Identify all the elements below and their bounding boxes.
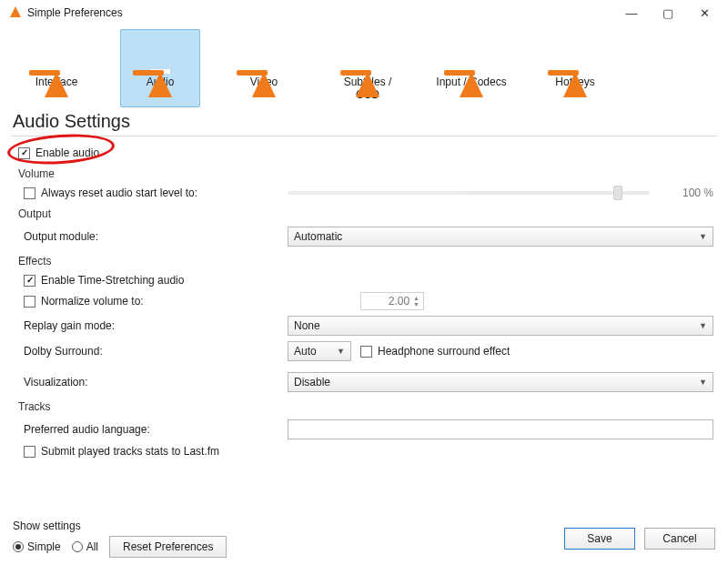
cone-keyboard-icon [553,34,597,72]
category-subtitles[interactable]: Subtitles / OSD [328,29,408,107]
replay-gain-label: Replay gain mode: [24,319,278,332]
category-bar: Interface Audio Video Subtitles / OSD In… [0,25,728,109]
lastfm-checkbox[interactable]: Submit played tracks stats to Last.fm [24,445,219,458]
preferred-language-input[interactable] [288,419,713,439]
mode-simple-radio[interactable]: Simple [13,540,61,553]
category-input-codecs[interactable]: Input / Codecs [431,29,511,107]
minimize-button[interactable]: — [613,3,650,23]
footer: Show settings Simple All Reset Preferenc… [0,520,728,558]
preferred-language-label: Preferred audio language: [24,423,278,436]
dolby-label: Dolby Surround: [24,345,278,358]
cone-film-icon [242,34,286,72]
chevron-down-icon: ▼ [337,347,345,356]
spinner-arrows-icon: ▲▼ [413,295,420,308]
checkbox-icon [24,446,35,458]
checkbox-icon [24,296,35,308]
section-volume-title: Volume [18,167,715,180]
replay-gain-select[interactable]: None ▼ [288,316,713,336]
titlebar: Simple Preferences — ▢ ✕ [0,0,728,25]
select-value: Automatic [294,230,342,243]
section-effects-title: Effects [18,255,715,267]
chevron-down-icon: ▼ [699,378,707,387]
page-heading: Audio Settings [0,109,728,136]
enable-audio-checkbox[interactable]: Enable audio [18,146,99,159]
output-module-label: Output module: [24,230,278,243]
divider [11,136,717,136]
mode-simple-label: Simple [27,540,61,553]
enable-audio-label: Enable audio [35,146,99,159]
select-value: Auto [294,345,317,358]
dolby-select[interactable]: Auto ▼ [288,341,351,361]
lastfm-label: Submit played tracks stats to Last.fm [41,445,219,458]
category-hotkeys[interactable]: Hotkeys [535,29,615,107]
always-reset-checkbox[interactable]: Always reset audio start level to: [24,187,278,199]
slider-thumb-icon [613,186,622,200]
select-value: Disable [294,376,330,388]
cone-subtitle-icon [346,34,389,72]
checkbox-icon [24,275,35,287]
reset-preferences-button[interactable]: Reset Preferences [109,536,227,558]
radio-icon [72,541,83,552]
visualization-select[interactable]: Disable ▼ [288,372,713,392]
checkbox-icon [360,346,372,358]
category-audio[interactable]: Audio [120,29,200,107]
cone-headphones-icon [138,34,182,72]
output-module-select[interactable]: Automatic ▼ [288,227,713,247]
spinner-value: 2.00 [389,295,410,308]
mode-all-label: All [86,540,98,553]
cancel-button[interactable]: Cancel [644,528,715,550]
select-value: None [294,319,320,332]
chevron-down-icon: ▼ [699,232,707,241]
normalize-checkbox[interactable]: Normalize volume to: [24,295,278,308]
checkbox-icon [18,147,30,159]
start-level-slider[interactable] [288,191,650,195]
radio-icon [13,541,24,552]
cone-disc-icon [450,34,493,72]
normalize-value-spinner[interactable]: 2.00 ▲▼ [360,292,424,310]
save-button[interactable]: Save [564,528,635,550]
always-reset-label: Always reset audio start level to: [41,187,197,199]
section-output-title: Output [18,207,715,220]
visualization-label: Visualization: [24,376,278,388]
show-settings-label: Show settings [13,520,227,532]
headphone-surround-label: Headphone surround effect [378,345,510,358]
normalize-label: Normalize volume to: [41,295,144,308]
time-stretch-checkbox[interactable]: Enable Time-Stretching audio [24,274,184,287]
chevron-down-icon: ▼ [699,321,707,330]
category-video[interactable]: Video [224,29,304,107]
app-icon [9,6,22,19]
maximize-button[interactable]: ▢ [650,3,686,23]
category-interface[interactable]: Interface [16,29,96,107]
window-title: Simple Preferences [27,6,123,19]
checkbox-icon [24,187,35,199]
close-button[interactable]: ✕ [686,3,723,23]
cone-icon [35,34,78,72]
mode-all-radio[interactable]: All [72,540,98,553]
time-stretch-label: Enable Time-Stretching audio [41,274,184,287]
start-level-value: 100 % [668,187,713,199]
headphone-surround-checkbox[interactable]: Headphone surround effect [360,345,510,358]
section-tracks-title: Tracks [18,400,715,413]
